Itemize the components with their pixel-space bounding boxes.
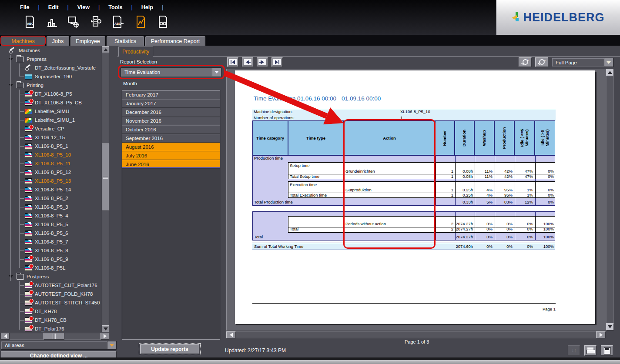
cell-value: 42% — [495, 174, 513, 180]
refresh-button[interactable]: ↓↑ — [568, 345, 580, 356]
press-warning-icon — [25, 126, 32, 132]
print-button[interactable] — [584, 345, 597, 356]
menu-item[interactable]: Help — [141, 3, 172, 11]
report-hscrollbar-track[interactable] — [226, 331, 606, 338]
tree-item[interactable]: Printing — [1, 81, 102, 90]
tree-item[interactable]: XL106-8_P5_14 — [1, 185, 102, 194]
tree-item-label: Printing — [27, 83, 44, 88]
tree-item[interactable]: Postpress — [1, 272, 102, 281]
tree-item[interactable]: XL106-8_P5_9 — [1, 255, 102, 264]
tree-item[interactable]: XL106-8_P5_6 — [1, 229, 102, 237]
tree-item[interactable]: AUTOTEST_CUT_Polar176 — [1, 281, 102, 290]
tree-scroll-right-button[interactable] — [101, 333, 109, 340]
tree-item[interactable]: DT_Zeiterfassung_Vorstufe — [1, 63, 102, 72]
tree-item[interactable]: XL106-8_P5_10 — [1, 150, 102, 159]
tree-item[interactable]: Prepress — [1, 55, 102, 63]
tab-machines[interactable]: Machines — [1, 36, 45, 46]
tree-vscrollbar-thumb[interactable] — [102, 144, 109, 211]
report-structure-icon[interactable] — [156, 14, 170, 30]
tree-item[interactable]: XL106-8_P5_8 — [1, 246, 102, 255]
last-page-button[interactable] — [271, 57, 283, 67]
zoom-level-value: Full Page — [552, 60, 604, 65]
tree-item[interactable]: XL106-8_P5_12 — [1, 168, 102, 177]
tree-item[interactable]: XL106-8_P5_2 — [1, 194, 102, 203]
tree-item-label: XL106-8_P5_12 — [35, 170, 71, 175]
tree-item[interactable]: Labelfire_SIMU_1 — [1, 116, 102, 124]
report-selection-select[interactable]: Time Evaluation — [121, 67, 221, 77]
tree-item[interactable]: XL106-8_P5_13 — [1, 177, 102, 185]
tab-performance-report[interactable]: Performance Report — [145, 36, 205, 46]
expander-icon[interactable] — [9, 275, 13, 278]
expander-icon[interactable] — [9, 84, 13, 87]
tree-item[interactable]: DT_XL106-8_P5 — [1, 90, 102, 98]
tree-scroll-down-button[interactable] — [102, 325, 109, 332]
chevron-down-icon[interactable] — [212, 68, 221, 77]
tree-item[interactable]: XL106-8_P5_5 — [1, 220, 102, 229]
month-list-item[interactable]: July 2016 — [122, 151, 220, 160]
report-vscrollbar-track[interactable] — [606, 69, 614, 331]
month-label: June 2016 — [126, 162, 149, 167]
text-report-icon[interactable]: ABC — [23, 14, 37, 30]
tree-item[interactable]: AUTOTEST_FOLD_KH78 — [1, 290, 102, 298]
performance-report-icon[interactable] — [134, 14, 147, 30]
month-list-item[interactable]: June 2016 — [122, 160, 220, 169]
tree-item[interactable]: XL106-8_P5_11 — [1, 159, 102, 168]
area-filter-select[interactable]: All areas — [1, 341, 117, 350]
month-label: November 2016 — [126, 118, 161, 124]
tree-scroll-up-button[interactable] — [102, 46, 109, 53]
report-scroll-right-button[interactable] — [596, 331, 606, 338]
tree-item[interactable]: XL106-8_P5_4 — [1, 211, 102, 220]
tree-item[interactable]: AUTOTEST_STITCH_ST450 — [1, 298, 102, 307]
tree-item[interactable]: XL106-12_15 — [1, 133, 102, 142]
zoom-level-select[interactable]: Full Page — [552, 58, 613, 67]
tab-employee[interactable]: Employee — [70, 36, 105, 46]
month-list-item[interactable]: October 2016 — [122, 125, 220, 134]
month-list-item[interactable]: September 2016 — [122, 134, 220, 143]
tree-item[interactable]: XL106-8_P5_3 — [1, 203, 102, 211]
tree-scroll-left-button[interactable] — [1, 333, 10, 340]
tree-item[interactable]: DT_Polar176 — [1, 324, 102, 332]
tree-item[interactable]: DT_KH78 — [1, 307, 102, 316]
tree-item[interactable]: Suprasetter_190 — [1, 72, 102, 81]
menu-item[interactable]: Edit — [48, 3, 77, 11]
month-list-item[interactable]: November 2016 — [122, 117, 220, 125]
expander-icon[interactable] — [9, 58, 13, 61]
tab-statistics[interactable]: Statistics — [107, 36, 144, 46]
zoom-in-button[interactable]: + — [519, 57, 532, 67]
report-import-icon[interactable]: ABC — [111, 14, 125, 30]
previous-page-button[interactable] — [242, 57, 253, 67]
zoom-out-button[interactable]: − — [535, 57, 548, 67]
month-list-item[interactable]: January 2017 — [122, 99, 220, 108]
machine-settings-icon[interactable] — [89, 14, 103, 30]
tree-item[interactable]: XL106-8_P5_1 — [1, 142, 102, 150]
tree-item-label: XL106-8_P5_2 — [35, 196, 68, 201]
tree-item[interactable]: XL106-8_P5L — [1, 264, 102, 272]
chevron-down-icon[interactable] — [107, 341, 116, 349]
report-scroll-left-button[interactable] — [226, 331, 236, 338]
month-list-item[interactable]: August 2016 — [122, 143, 220, 151]
save-button[interactable] — [601, 345, 613, 356]
chart-report-icon[interactable] — [45, 14, 59, 30]
update-reports-button[interactable]: Update reports — [140, 344, 199, 354]
tree-item[interactable]: XL106-8_P5_7 — [1, 237, 102, 246]
report-scroll-up-button[interactable] — [606, 69, 614, 76]
report-scroll-down-button[interactable] — [606, 323, 614, 331]
cell-value: 0.33h — [456, 200, 473, 205]
menu-item[interactable]: File — [20, 3, 48, 11]
tree-item[interactable]: DT_XL106-8_P5_CB — [1, 98, 102, 107]
tree-hscrollbar-thumb[interactable] — [44, 333, 64, 340]
next-page-button[interactable] — [257, 57, 268, 67]
month-list-item[interactable]: February 2017 — [122, 90, 220, 99]
tab-productivity[interactable]: Productivity — [118, 47, 153, 57]
tree-item[interactable]: DT_KH78_CB — [1, 316, 102, 324]
menu-item[interactable]: View — [77, 3, 109, 11]
tree-item[interactable]: Versafire_CP — [1, 124, 102, 133]
system-settings-icon[interactable] — [66, 14, 80, 30]
menu-item[interactable]: Tools — [108, 3, 141, 11]
tab-jobs[interactable]: Jobs — [47, 36, 69, 46]
first-page-button[interactable] — [227, 57, 238, 67]
month-list-item[interactable]: December 2016 — [122, 108, 220, 117]
tree-item[interactable]: Machines — [1, 46, 102, 55]
tree-item[interactable]: Labelfire_SIMU — [1, 107, 102, 116]
chevron-down-icon[interactable] — [604, 58, 613, 67]
